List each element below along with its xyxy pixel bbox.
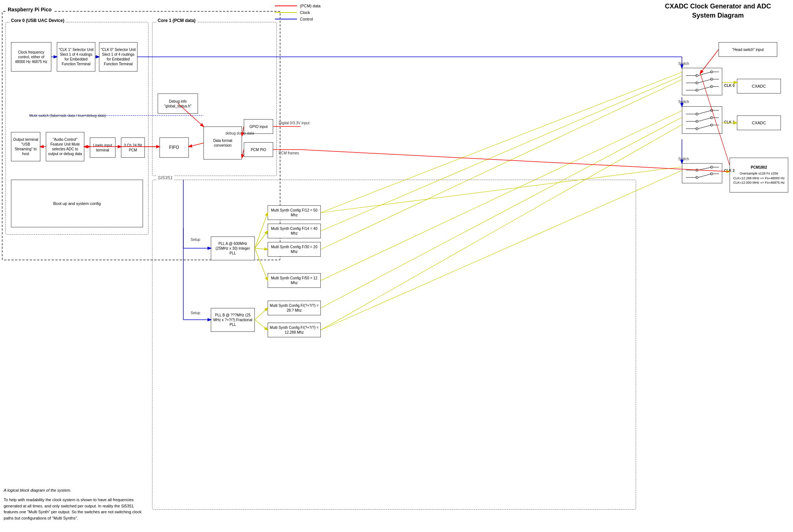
debug-dump-annotation: debug dump data [225, 131, 254, 135]
multi-synth-f14: Multi Synth Config F/14 = 40 Mhz [268, 224, 321, 238]
ch3-pcm-block: 3 Ch 24 Bit PCM [121, 137, 145, 158]
legend-control-label: Control [300, 17, 313, 21]
multi-synth-f12: Multi Synth Config F/12 = 50 Mhz [268, 205, 321, 220]
pcm-frames-annotation: PCM frames [279, 151, 299, 155]
legend-clock-label: Clock [300, 10, 310, 15]
switch-bot-svg [682, 164, 723, 184]
note-line1: A logical block diagram of the system. [4, 487, 143, 494]
switch-top-svg [682, 68, 723, 96]
clk1-sel-block: "CLK 1" Selector Unit Slect 1 of 4 routi… [57, 42, 95, 71]
pll-b-block: PLL B @ ???MHz (25 MHz x ?+?/?) Fraction… [211, 308, 255, 332]
boot-config-block: Boot up and system config [11, 180, 143, 227]
svg-line-2 [698, 72, 712, 76]
clk1-label: CLK 1 [724, 120, 735, 124]
pcm1802-name: PCM1802 [751, 165, 767, 170]
digital-input-annotation: Digital 0/3.3V input [279, 121, 309, 125]
multi-synth-b1: Multi Synth Config F/(?+?/?) = 28.? Mhz [268, 301, 321, 315]
setup-top-label: Setup [191, 238, 200, 242]
pll-a-block: PLL A @ 600MHz (25MHz x 30) Integer PLL [211, 236, 255, 260]
diagram-title: CXADC Clock Generator and ADC System Dia… [665, 2, 771, 20]
clk0-label: CLK 0 [724, 84, 735, 88]
legend-pcm-label: (PCM) data [300, 4, 320, 8]
si5351-box: SI5351 [152, 180, 636, 510]
head-switch-block: "Head switch" input [719, 42, 777, 57]
si5351-label: SI5351 [156, 175, 174, 180]
legend-control: Control [275, 17, 320, 21]
legend: (PCM) data Clock Control [275, 4, 320, 21]
switch-mid-label: Switch [678, 100, 689, 104]
svg-line-17 [698, 110, 712, 114]
svg-line-32 [698, 167, 712, 170]
legend-clock: Clock [275, 10, 320, 15]
core0-label: Core 0 (USB UAC Device) [10, 18, 66, 23]
switch-bot-box [682, 163, 722, 183]
output-terminal-block: Output terminal "USB Streaming" to host [11, 132, 40, 161]
note-line2: To help with readability the clock syste… [4, 497, 143, 521]
switch-top-label: Switch [678, 62, 689, 66]
clk2-label: CLK 2 [724, 169, 735, 173]
switch-mid-svg [682, 107, 723, 134]
setup-bot-label: Setup [191, 311, 200, 315]
pcm1802-detail: Oversample x128 Fs x256 CLK=12.288 MHz =… [731, 171, 786, 185]
switch-mid-box [682, 106, 722, 134]
multi-synth-b2: Multi Synth Config F/(?+?/?) = 12.288 Mh… [268, 323, 321, 337]
svg-line-37 [698, 174, 712, 177]
svg-line-22 [698, 118, 712, 121]
svg-line-27 [698, 125, 712, 129]
cxadc-1-block: CXADC [737, 115, 781, 130]
audio-control-block: "Audio Control" Feature Unit Mute select… [46, 132, 84, 161]
rpi-label: Raspberry Pi Pico [6, 7, 53, 12]
switch-top-box [682, 68, 722, 95]
svg-line-80 [301, 150, 730, 172]
clk0-sel-block: "CLK 0" Selector Unit Slect 1 of 4 routi… [99, 42, 137, 71]
mute-switch-annotation: Mute switch (false=adc data / true=debug… [29, 114, 106, 118]
clk-freq-block: Clock frequency control, either of 48000… [11, 42, 51, 71]
title-line2: System Diagram [665, 11, 771, 20]
legend-pcm: (PCM) data [275, 4, 320, 8]
core1-label: Core 1 (PCM data) [156, 18, 197, 23]
title-line1: CXADC Clock Generator and ADC [665, 2, 771, 11]
main-container: (PCM) data Clock Control CXADC Clock Gen… [0, 0, 793, 532]
switch-bot-label: Switch [678, 157, 689, 161]
pcm1802-block: PCM1802 Oversample x128 Fs x256 CLK=12.2… [730, 158, 788, 192]
cxadc-0-block: CXADC [737, 79, 781, 93]
bottom-notes: A logical block diagram of the system. T… [4, 487, 143, 521]
pcm-line [275, 5, 297, 6]
svg-line-12 [698, 87, 712, 90]
pcm-pio-block: PCM PIO [244, 142, 273, 157]
multi-synth-f50: Multi Synth Config F/50 = 12 Mhz [268, 273, 321, 288]
fifo-block: FIFO [159, 137, 189, 158]
linein-block: LineIn input terminal [90, 137, 115, 158]
multi-synth-f30: Multi Synth Config F/30 = 20 Mhz [268, 242, 321, 257]
debug-info-block: Debug info "global_status.h" [158, 93, 198, 114]
svg-line-7 [698, 79, 712, 83]
